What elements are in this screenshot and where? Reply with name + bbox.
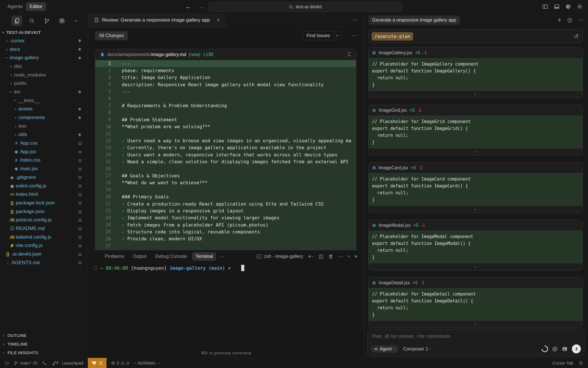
agent-mode-dropdown[interactable]: ∞ Agent ›	[371, 345, 399, 353]
card-expand-chevron[interactable]: ›	[369, 321, 583, 328]
split-terminal-icon[interactable]: ◫	[318, 253, 323, 260]
undo-icon[interactable]: ↺	[574, 33, 579, 40]
tree-file-item[interactable]: {}.ai-devkit.jsonU	[0, 250, 88, 258]
file-change-card[interactable]: ⊛ImageCard.jsx+5-1// Placeholder for Ima…	[368, 162, 583, 213]
code-line[interactable]: 27	[95, 242, 356, 249]
image-attach-icon[interactable]	[562, 346, 568, 352]
cursor-tab-toggle[interactable]: Cursor Tab	[552, 361, 573, 365]
layout-panel-icon[interactable]	[554, 3, 560, 10]
composer-input[interactable]: Plan, @ for context, / for commands ∞ Ag…	[367, 329, 585, 356]
code-line[interactable]: 18**What do we want to achieve?**	[95, 179, 356, 186]
tree-folder-item[interactable]: ›dist	[0, 62, 88, 71]
code-line[interactable]: 20### Primary Goals	[95, 193, 356, 200]
back-arrow-icon[interactable]: ←	[185, 3, 191, 10]
close-panel-icon[interactable]: ×	[354, 253, 357, 260]
tree-folder-item[interactable]: ›image-gallery	[0, 53, 88, 62]
card-header[interactable]: ⊛ImageGallery.jsx+5-1	[369, 47, 583, 58]
code-line[interactable]: 1---	[95, 60, 356, 67]
tree-root-header[interactable]: › TEST-AI-DEVKIT	[0, 28, 88, 37]
trash-icon[interactable]	[328, 254, 333, 259]
problems-counts[interactable]: ⊘ 0 ⚠ 0	[111, 360, 129, 366]
kebab-menu-icon[interactable]: ⋯	[578, 17, 583, 23]
card-header[interactable]: ⊛ImageDetail.jsx+5-1	[369, 277, 583, 288]
tree-file-item[interactable]: <>index.htmlU	[0, 190, 88, 199]
card-header[interactable]: ⊛ImageGrid.jsx+5-1	[369, 105, 583, 116]
card-expand-chevron[interactable]: ›	[369, 263, 583, 270]
code-line[interactable]: 12- Users need a way to browse and view …	[95, 137, 356, 144]
new-terminal-button[interactable]: +›	[308, 253, 314, 260]
mention-at-icon[interactable]: @	[552, 346, 558, 352]
tree-file-item[interactable]: ◉eslint.config.jsU	[0, 182, 88, 190]
tree-folder-item[interactable]: ›docs	[0, 45, 88, 54]
extensions-icon[interactable]	[56, 16, 67, 26]
tree-folder-item[interactable]: ›__tests__	[0, 96, 88, 105]
code-line[interactable]: 22- Display images in a responsive grid …	[95, 207, 356, 214]
cube-icon[interactable]	[565, 3, 571, 10]
bell-icon[interactable]	[579, 361, 583, 365]
tree-file-item[interactable]: ↓AGENTS.mdU	[0, 258, 88, 267]
source-control-icon[interactable]	[41, 16, 52, 26]
sync-indicator[interactable]	[42, 361, 47, 365]
tree-file-item[interactable]: ◆.gitignoreU	[0, 173, 88, 182]
find-issues-button[interactable]: Find Issues ›	[302, 31, 341, 40]
search-input[interactable]: test-ai-devkit	[208, 2, 402, 12]
tree-folder-item[interactable]: ›src	[0, 88, 88, 96]
model-dropdown[interactable]: Composer 1 ›	[403, 346, 431, 352]
close-icon[interactable]: ×	[217, 17, 220, 23]
code-line[interactable]: 9## Problem Statement	[95, 116, 356, 123]
chevron-down-icon[interactable]: ›	[71, 16, 82, 26]
tree-file-item[interactable]: ⊛App.jsxU	[0, 147, 88, 156]
tree-folder-item[interactable]: ›test	[0, 122, 88, 131]
code-line[interactable]: 15- Need a simple, clean solution for di…	[95, 158, 356, 165]
explorer-files-icon[interactable]	[11, 16, 22, 26]
kebab-menu-icon[interactable]: ⋯	[338, 254, 343, 259]
sidebar-section-outline[interactable]: ›OUTLINE	[0, 331, 88, 340]
tree-folder-item[interactable]: ›utils	[0, 131, 88, 139]
tree-file-item[interactable]: ⚡vite.config.jsU	[0, 241, 88, 250]
sidebar-section-file-insights[interactable]: ›FILE INSIGHTS	[0, 348, 88, 357]
panel-tab-output[interactable]: Output	[129, 252, 150, 261]
code-line[interactable]: 6	[95, 95, 356, 102]
expand-collapse-icon[interactable]	[347, 52, 351, 58]
sidebar-section-timeline[interactable]: ›TIMELINE	[0, 340, 88, 348]
code-line[interactable]: 16	[95, 165, 356, 172]
chevron-down-icon[interactable]: ›	[334, 31, 341, 40]
code-line[interactable]: 11	[95, 130, 356, 137]
tab-editor[interactable]: Editor	[26, 2, 46, 11]
panel-tab-terminal[interactable]: Terminal	[192, 252, 216, 261]
tree-file-item[interactable]: {}package.jsonU	[0, 207, 88, 216]
tree-file-item[interactable]: #App.cssU	[0, 139, 88, 147]
code-line[interactable]: 5---	[95, 88, 356, 95]
tree-folder-item[interactable]: ›node_modules	[0, 71, 88, 79]
slash-command-chip[interactable]: /execute-plan	[372, 32, 413, 41]
tree-file-item[interactable]: JSpostcss.config.jsU	[0, 216, 88, 224]
code-line[interactable]: 4description: Responsive React image gal…	[95, 81, 356, 88]
card-header[interactable]: ⊛ImageCard.jsx+5-1	[369, 162, 583, 173]
file-change-card[interactable]: ⊛ImageGrid.jsx+5-1// Placeholder for Ima…	[368, 105, 583, 156]
maximize-panel-icon[interactable]: ›	[348, 254, 349, 259]
card-expand-chevron[interactable]: ›	[369, 206, 583, 213]
code-line[interactable]: 19	[95, 186, 356, 193]
composer-thread-title[interactable]: Generate a responsive image gallery app	[368, 16, 460, 25]
diff-file-header[interactable]: docs/ai/requirements/image-gallery.md (n…	[95, 49, 356, 60]
file-change-card[interactable]: ⊛ImageDetail.jsx+5-1// Placeholder for I…	[368, 277, 583, 328]
code-line[interactable]: 3title: Image Gallery Application	[95, 74, 356, 81]
code-line[interactable]: 14- Users want a modern, responsive inte…	[95, 151, 356, 158]
layout-sidebar-icon[interactable]	[542, 3, 548, 10]
remote-indicator[interactable]	[5, 361, 9, 365]
tab-agents[interactable]: Agents	[7, 4, 23, 9]
code-line[interactable]: 24- Fetch images from a placeholder API …	[95, 221, 356, 228]
code-line[interactable]: 21- Create a production-ready React appl…	[95, 200, 356, 207]
panel-tab-problems[interactable]: Problems	[101, 252, 128, 261]
tree-file-item[interactable]: ⊛main.jsxU	[0, 164, 88, 173]
terminal-instance[interactable]: >_ zsh - image-gallery	[256, 254, 303, 259]
history-clock-icon[interactable]	[567, 18, 572, 23]
tree-folder-item[interactable]: ›assets	[0, 105, 88, 114]
file-change-card[interactable]: ⊛ImageGallery.jsx+5-1// Placeholder for …	[368, 47, 583, 98]
all-changes-button[interactable]: All Changes	[95, 31, 128, 40]
tree-file-item[interactable]: #index.cssU	[0, 156, 88, 165]
card-expand-chevron[interactable]: ›	[369, 148, 583, 155]
tree-file-item[interactable]: ⓘREADME.mdU	[0, 224, 88, 233]
code-line[interactable]: 23- Implement modal functionality for vi…	[95, 214, 356, 221]
tree-folder-item[interactable]: ›.cursor	[0, 37, 88, 45]
